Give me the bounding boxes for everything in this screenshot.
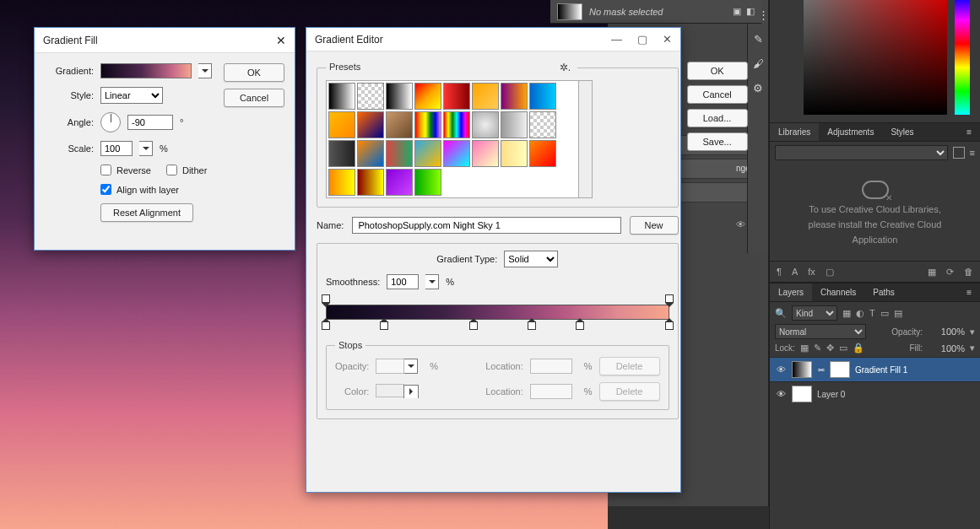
new-button[interactable]: New: [630, 216, 679, 235]
gradient-dropdown-icon[interactable]: [198, 63, 212, 78]
style-select[interactable]: Linear: [100, 87, 163, 104]
color-stop[interactable]: [322, 321, 330, 330]
cancel-button[interactable]: Cancel: [687, 85, 748, 104]
maximize-icon[interactable]: ▢: [637, 33, 647, 46]
hue-slider[interactable]: [955, 0, 970, 115]
preset-swatch[interactable]: [414, 111, 441, 138]
preset-swatch[interactable]: [357, 83, 384, 110]
minimize-icon[interactable]: —: [611, 33, 622, 46]
blend-mode-select[interactable]: Normal: [775, 324, 866, 339]
3d-icon[interactable]: ▦: [928, 267, 936, 278]
preset-swatch[interactable]: [501, 140, 528, 167]
color-stop[interactable]: [380, 321, 388, 330]
preset-swatch[interactable]: [357, 140, 384, 167]
opacity-stop[interactable]: [665, 294, 674, 303]
layer-name[interactable]: Gradient Fill 1: [855, 365, 907, 375]
save-button[interactable]: Save...: [687, 132, 748, 151]
dialog-titlebar[interactable]: Gradient Editor — ▢ ✕: [306, 28, 680, 51]
filter-adjust-icon[interactable]: ◐: [856, 308, 864, 319]
cancel-button[interactable]: Cancel: [224, 89, 284, 107]
preset-swatch[interactable]: [529, 83, 556, 110]
preset-swatch[interactable]: [357, 111, 384, 138]
chevron-down-icon[interactable]: ▾: [970, 327, 975, 337]
mask-add-icon[interactable]: ▣: [733, 6, 741, 17]
fill-value[interactable]: 100%: [928, 343, 965, 354]
layer-row[interactable]: 👁 ⫘ Gradient Fill 1: [770, 357, 980, 381]
layer-thumb[interactable]: [792, 386, 812, 402]
tab-layers[interactable]: Layers: [770, 283, 812, 301]
trash-icon[interactable]: 🗑: [964, 267, 973, 277]
opacity-value[interactable]: 100%: [928, 327, 965, 337]
character-icon[interactable]: A: [792, 267, 798, 277]
library-select[interactable]: [775, 145, 948, 160]
layers-filter-kind[interactable]: Kind: [792, 305, 837, 321]
preset-swatch[interactable]: [529, 140, 556, 167]
panel-menu-icon[interactable]: ≡: [958, 283, 980, 301]
filter-smart-icon[interactable]: ▤: [894, 308, 902, 319]
preset-swatch[interactable]: [386, 83, 413, 110]
smoothness-input[interactable]: [387, 274, 419, 289]
visibility-toggle-icon[interactable]: 👁: [775, 389, 787, 399]
gradient-preview[interactable]: [326, 305, 669, 320]
angle-input[interactable]: [127, 115, 173, 130]
color-stop[interactable]: [665, 321, 674, 330]
color-stop[interactable]: [576, 321, 584, 330]
preset-swatch[interactable]: [328, 169, 355, 196]
color-picker[interactable]: [770, 0, 980, 122]
preset-swatch[interactable]: [443, 111, 470, 138]
ok-button[interactable]: OK: [687, 62, 748, 80]
preset-swatch[interactable]: [501, 111, 528, 138]
eyedropper-icon[interactable]: ✎: [754, 33, 763, 46]
sat-val-field[interactable]: [804, 0, 947, 115]
preset-swatch[interactable]: [386, 140, 413, 167]
preset-swatch[interactable]: [529, 111, 556, 138]
lock-brush-icon[interactable]: ✎: [814, 343, 821, 354]
close-icon[interactable]: ✕: [276, 34, 286, 47]
link-icon[interactable]: ⫘: [817, 365, 825, 374]
preset-swatch[interactable]: [472, 140, 499, 167]
lock-move-icon[interactable]: ✥: [826, 343, 834, 354]
gradient-type-select[interactable]: Solid: [504, 251, 558, 267]
align-checkbox[interactable]: Align with layer: [100, 184, 179, 195]
smoothness-dropdown-icon[interactable]: [425, 274, 439, 289]
tab-adjustments[interactable]: Adjustments: [819, 123, 882, 141]
visibility-toggle-icon[interactable]: 👁: [775, 364, 787, 375]
layer-name[interactable]: Layer 0: [817, 390, 845, 399]
layer-thumb[interactable]: [792, 361, 812, 378]
scale-dropdown-icon[interactable]: [139, 141, 153, 156]
grid-view-icon[interactable]: [953, 147, 965, 159]
filter-type-icon[interactable]: T: [869, 308, 875, 318]
color-stop[interactable]: [469, 321, 478, 330]
preset-swatch[interactable]: [501, 83, 528, 110]
tab-channels[interactable]: Channels: [812, 283, 864, 301]
filter-pixels-icon[interactable]: ▦: [842, 308, 851, 319]
preset-swatch[interactable]: [443, 140, 470, 167]
tab-libraries[interactable]: Libraries: [770, 123, 819, 141]
paragraph-icon[interactable]: ¶: [777, 267, 782, 277]
angle-dial[interactable]: [100, 112, 121, 132]
preset-swatch[interactable]: [443, 83, 470, 110]
preset-swatch[interactable]: [472, 111, 499, 138]
style-box-icon[interactable]: ▢: [826, 267, 834, 278]
preset-swatch[interactable]: [357, 169, 384, 196]
reset-alignment-button[interactable]: Reset Alignment: [100, 203, 193, 222]
preset-swatch[interactable]: [414, 83, 441, 110]
reverse-checkbox[interactable]: Reverse: [100, 165, 151, 175]
lock-trans-icon[interactable]: ▦: [800, 343, 809, 354]
tab-styles[interactable]: Styles: [882, 123, 922, 141]
preset-swatch[interactable]: [414, 140, 441, 167]
ok-button[interactable]: OK: [224, 63, 284, 82]
preset-swatch[interactable]: [386, 169, 413, 196]
link-icon[interactable]: ⟳: [946, 267, 954, 278]
layer-row[interactable]: 👁 Layer 0: [770, 381, 980, 406]
scale-input[interactable]: [100, 141, 133, 156]
color-stop[interactable]: [528, 321, 536, 330]
preset-swatch[interactable]: [328, 140, 355, 167]
gradient-swatch[interactable]: [100, 63, 192, 78]
preset-swatch[interactable]: [472, 83, 499, 110]
tab-paths[interactable]: Paths: [864, 283, 903, 301]
preset-swatch[interactable]: [414, 169, 441, 196]
mask-rect-icon[interactable]: ◧: [746, 6, 755, 17]
presets-gear-icon[interactable]: ✲.: [560, 62, 574, 73]
panel-menu-icon[interactable]: ≡: [958, 123, 980, 141]
